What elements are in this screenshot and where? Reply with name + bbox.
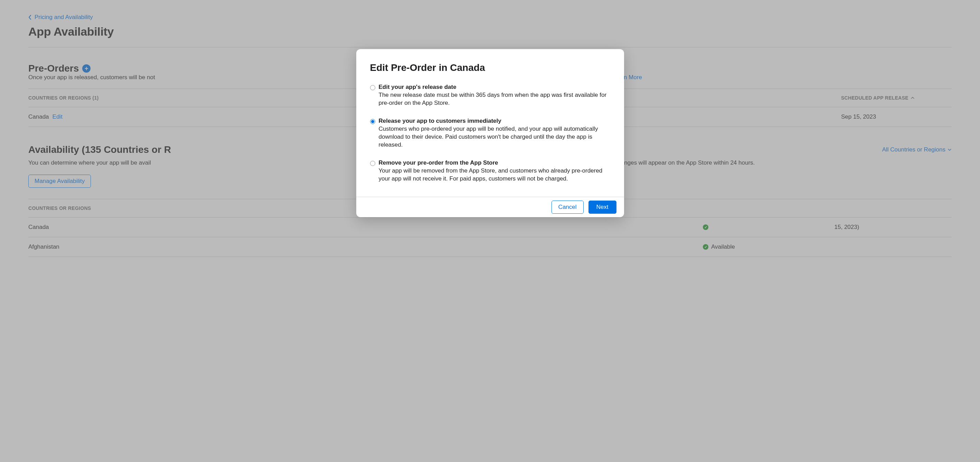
radio-label: Edit your app's release date [379, 84, 610, 91]
radio-icon[interactable] [370, 119, 375, 124]
radio-label: Release your app to customers immediatel… [379, 118, 610, 124]
radio-icon[interactable] [370, 161, 375, 166]
radio-description: Customers who pre-ordered your app will … [379, 126, 598, 148]
radio-label: Remove your pre-order from the App Store [379, 159, 610, 166]
radio-option-edit-date[interactable]: Edit your app's release date The new rel… [370, 84, 610, 107]
edit-pre-order-modal: Edit Pre-Order in Canada Edit your app's… [356, 49, 624, 217]
radio-description: The new release date must be within 365 … [379, 92, 607, 106]
modal-footer: Cancel Next [356, 197, 624, 217]
radio-option-remove[interactable]: Remove your pre-order from the App Store… [370, 159, 610, 183]
cancel-button[interactable]: Cancel [552, 201, 584, 214]
radio-description: Your app will be removed from the App St… [379, 167, 603, 182]
next-button[interactable]: Next [589, 201, 616, 214]
radio-icon[interactable] [370, 85, 375, 90]
modal-overlay[interactable]: Edit Pre-Order in Canada Edit your app's… [0, 0, 980, 462]
modal-radio-group: Edit your app's release date The new rel… [370, 84, 610, 183]
modal-title: Edit Pre-Order in Canada [370, 62, 610, 73]
radio-option-release-now[interactable]: Release your app to customers immediatel… [370, 118, 610, 149]
